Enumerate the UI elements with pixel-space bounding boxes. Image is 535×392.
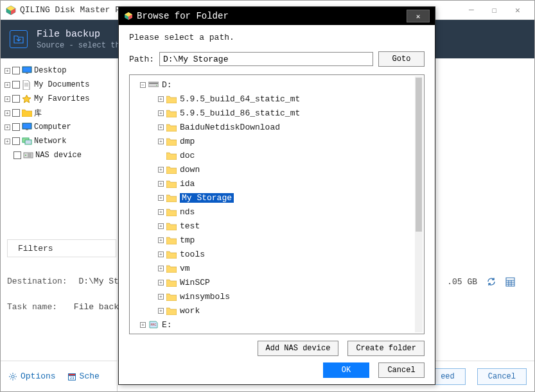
- folder-tree-item[interactable]: +5.9.5_build_64_static_mt: [134, 92, 414, 106]
- folder-tree-item[interactable]: +My Storage: [134, 191, 414, 205]
- folder-tree-item[interactable]: +test: [134, 219, 414, 233]
- folder-tree-item[interactable]: doc: [134, 148, 414, 162]
- calculator-icon[interactable]: [505, 277, 515, 287]
- dialog-cancel-button[interactable]: Cancel: [378, 362, 425, 378]
- expand-icon[interactable]: +: [158, 266, 164, 271]
- checkbox[interactable]: [12, 109, 20, 117]
- source-tree-item[interactable]: +Computer: [4, 120, 113, 134]
- expand-icon[interactable]: +: [4, 139, 10, 144]
- folder-tree-item[interactable]: +tools: [134, 247, 414, 261]
- checkbox[interactable]: [12, 81, 20, 89]
- svg-rect-28: [149, 83, 158, 84]
- folder-label: test: [180, 221, 200, 231]
- source-tree-item[interactable]: +My Documents: [4, 78, 113, 92]
- create-folder-button[interactable]: Create folder: [347, 341, 425, 356]
- destination-row: Destination: D:\My Stora: [7, 277, 134, 286]
- tree-item-icon: [22, 80, 32, 89]
- checkbox[interactable]: [12, 123, 20, 131]
- tree-item-label: My Favorites: [34, 94, 89, 103]
- size-info: .05 GB: [447, 277, 515, 287]
- add-nas-button[interactable]: Add NAS device: [258, 341, 339, 356]
- expand-icon[interactable]: +: [158, 251, 164, 257]
- expand-icon[interactable]: +: [4, 110, 10, 116]
- tree-item-icon: [22, 123, 32, 132]
- folder-icon: [166, 151, 177, 160]
- expand-icon[interactable]: +: [158, 181, 164, 187]
- close-button[interactable]: ✕: [506, 3, 529, 18]
- folder-tree-item[interactable]: +work: [134, 303, 414, 318]
- folder-label: tools: [180, 250, 205, 259]
- folder-tree-item[interactable]: −D:: [134, 78, 414, 92]
- checkbox[interactable]: [13, 151, 21, 159]
- checkbox[interactable]: [12, 137, 20, 145]
- source-tree-item[interactable]: +库: [4, 106, 113, 120]
- expand-icon[interactable]: +: [158, 308, 164, 314]
- folder-icon: [166, 208, 177, 216]
- expand-icon[interactable]: +: [158, 96, 164, 102]
- folder-icon: [166, 109, 177, 117]
- tree-scrollbar[interactable]: [415, 76, 423, 332]
- options-button[interactable]: Options: [8, 371, 56, 381]
- expand-icon[interactable]: +: [158, 139, 164, 144]
- folder-tree-item[interactable]: +ida: [134, 176, 414, 191]
- tree-item-icon: [22, 108, 32, 117]
- folder-tree-item[interactable]: +5.9.5_build_86_static_mt: [134, 106, 414, 120]
- source-tree-item[interactable]: +Desktop: [4, 64, 113, 78]
- folder-tree-item[interactable]: +tmp: [134, 233, 414, 247]
- dialog-close-button[interactable]: ✕: [407, 10, 430, 22]
- filters-button[interactable]: Filters: [7, 239, 116, 257]
- folder-icon: [166, 293, 177, 301]
- refresh-icon[interactable]: [486, 277, 496, 287]
- expand-icon[interactable]: +: [158, 280, 164, 285]
- folder-icon: [166, 250, 177, 259]
- app-logo-icon: [6, 5, 16, 15]
- folder-tree[interactable]: −D:+5.9.5_build_64_static_mt+5.9.5_build…: [129, 74, 425, 334]
- expand-icon[interactable]: +: [158, 195, 164, 201]
- task-name-row: Task name: File backup: [7, 302, 129, 312]
- ok-button[interactable]: OK: [323, 362, 369, 378]
- source-tree-item[interactable]: +My Favorites: [4, 92, 113, 106]
- expand-icon[interactable]: +: [4, 82, 10, 88]
- folder-label: down: [180, 165, 200, 175]
- source-tree-item[interactable]: +Network: [4, 134, 113, 148]
- main-cancel-button[interactable]: Cancel: [477, 368, 527, 385]
- collapse-icon[interactable]: −: [140, 82, 146, 88]
- expand-icon[interactable]: +: [158, 237, 164, 243]
- tree-item-label: My Documents: [34, 80, 89, 89]
- checkbox[interactable]: [12, 95, 20, 103]
- folder-tree-item[interactable]: +dmp: [134, 134, 414, 148]
- expand-icon[interactable]: +: [140, 322, 146, 328]
- expand-icon[interactable]: +: [158, 209, 164, 215]
- expand-icon[interactable]: +: [158, 110, 164, 116]
- schedule-button[interactable]: 23 Sche: [67, 371, 100, 381]
- source-tree-item[interactable]: NAS device: [4, 148, 113, 162]
- expand-icon[interactable]: +: [4, 124, 10, 130]
- file-backup-icon: [10, 30, 28, 48]
- expand-icon[interactable]: +: [158, 167, 164, 173]
- folder-tree-item[interactable]: +WinSCP: [134, 275, 414, 289]
- maximize-button[interactable]: ☐: [483, 3, 506, 18]
- tree-item-icon: [23, 151, 33, 160]
- folder-tree-item[interactable]: +vm: [134, 261, 414, 275]
- tree-item-icon: [22, 66, 32, 75]
- schedule-label: Sche: [80, 371, 100, 381]
- minimize-button[interactable]: —: [460, 3, 483, 18]
- mmc-icon: MMC: [148, 321, 159, 328]
- expand-icon[interactable]: +: [158, 124, 164, 130]
- expand-icon[interactable]: +: [158, 223, 164, 229]
- folder-tree-item[interactable]: +winsymbols: [134, 289, 414, 303]
- folder-tree-item[interactable]: +BaiduNetdiskDownload: [134, 120, 414, 134]
- folder-tree-item[interactable]: +down: [134, 162, 414, 176]
- tree-item-label: 库: [34, 108, 42, 119]
- expand-icon[interactable]: +: [4, 68, 10, 74]
- folder-tree-item[interactable]: +MMCE:: [134, 318, 414, 331]
- expand-icon[interactable]: +: [4, 96, 10, 102]
- path-input[interactable]: [159, 52, 373, 66]
- expand-icon[interactable]: +: [158, 294, 164, 300]
- svg-text:MMC: MMC: [150, 323, 156, 327]
- svg-point-20: [12, 375, 14, 377]
- scrollbar-thumb[interactable]: [416, 78, 422, 232]
- goto-button[interactable]: Goto: [378, 51, 425, 67]
- folder-tree-item[interactable]: +nds: [134, 205, 414, 219]
- checkbox[interactable]: [12, 67, 20, 74]
